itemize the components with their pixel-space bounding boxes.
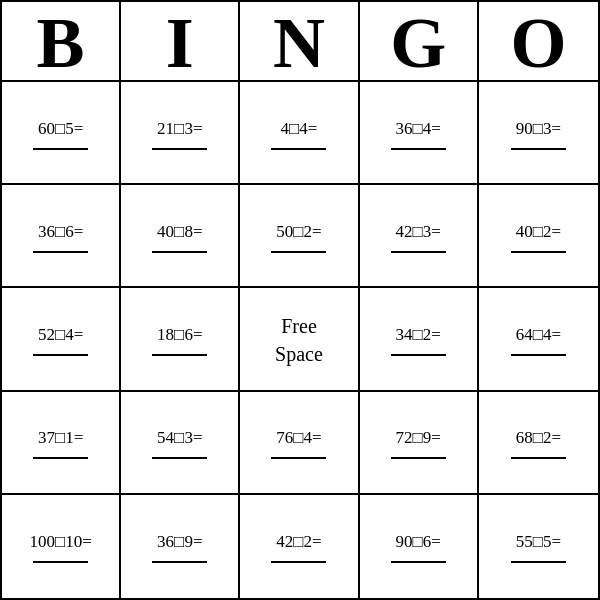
bingo-cell[interactable]: 54□3= bbox=[121, 392, 240, 495]
bingo-cell[interactable]: 64□4= bbox=[479, 288, 598, 391]
answer-line bbox=[152, 251, 207, 253]
bingo-cell[interactable]: 68□2= bbox=[479, 392, 598, 495]
cell-expression: 76□4= bbox=[276, 427, 321, 449]
answer-line bbox=[511, 251, 566, 253]
bingo-cell[interactable]: 40□8= bbox=[121, 185, 240, 288]
cell-expression: 55□5= bbox=[516, 531, 561, 553]
bingo-cell[interactable]: 37□1= bbox=[2, 392, 121, 495]
bingo-cell[interactable]: 52□4= bbox=[2, 288, 121, 391]
answer-line bbox=[152, 148, 207, 150]
bingo-cell[interactable]: 90□6= bbox=[360, 495, 479, 598]
answer-line bbox=[33, 457, 88, 459]
cell-expression: 60□5= bbox=[38, 118, 83, 140]
bingo-header: BINGO bbox=[2, 2, 598, 82]
answer-line bbox=[391, 148, 446, 150]
answer-line bbox=[152, 354, 207, 356]
header-letter: N bbox=[240, 2, 359, 85]
answer-line bbox=[271, 251, 326, 253]
answer-line bbox=[391, 457, 446, 459]
bingo-cell[interactable]: 90□3= bbox=[479, 82, 598, 185]
cell-expression: 34□2= bbox=[396, 324, 441, 346]
bingo-cell[interactable]: 42□2= bbox=[240, 495, 359, 598]
bingo-cell[interactable]: 21□3= bbox=[121, 82, 240, 185]
answer-line bbox=[33, 251, 88, 253]
cell-expression: 42□3= bbox=[396, 221, 441, 243]
answer-line bbox=[391, 561, 446, 563]
free-space-cell[interactable]: FreeSpace bbox=[240, 288, 359, 391]
answer-line bbox=[271, 457, 326, 459]
answer-line bbox=[391, 251, 446, 253]
cell-expression: 36□6= bbox=[38, 221, 83, 243]
free-space-text: FreeSpace bbox=[275, 312, 323, 368]
answer-line bbox=[33, 148, 88, 150]
cell-expression: 36□4= bbox=[396, 118, 441, 140]
bingo-grid: 60□5=21□3=4□4=36□4=90□3=36□6=40□8=50□2=4… bbox=[2, 82, 598, 598]
bingo-cell[interactable]: 42□3= bbox=[360, 185, 479, 288]
bingo-cell[interactable]: 36□4= bbox=[360, 82, 479, 185]
bingo-cell[interactable]: 72□9= bbox=[360, 392, 479, 495]
cell-expression: 40□8= bbox=[157, 221, 202, 243]
cell-expression: 18□6= bbox=[157, 324, 202, 346]
cell-expression: 100□10= bbox=[29, 531, 91, 553]
header-letter: B bbox=[2, 2, 121, 85]
bingo-cell[interactable]: 100□10= bbox=[2, 495, 121, 598]
answer-line bbox=[511, 561, 566, 563]
answer-line bbox=[391, 354, 446, 356]
cell-expression: 21□3= bbox=[157, 118, 202, 140]
cell-expression: 42□2= bbox=[276, 531, 321, 553]
cell-expression: 50□2= bbox=[276, 221, 321, 243]
cell-expression: 68□2= bbox=[516, 427, 561, 449]
answer-line bbox=[511, 354, 566, 356]
bingo-cell[interactable]: 34□2= bbox=[360, 288, 479, 391]
bingo-cell[interactable]: 40□2= bbox=[479, 185, 598, 288]
bingo-cell[interactable]: 18□6= bbox=[121, 288, 240, 391]
cell-expression: 90□3= bbox=[516, 118, 561, 140]
cell-expression: 90□6= bbox=[396, 531, 441, 553]
header-letter: I bbox=[121, 2, 240, 85]
answer-line bbox=[152, 457, 207, 459]
answer-line bbox=[511, 148, 566, 150]
cell-expression: 40□2= bbox=[516, 221, 561, 243]
answer-line bbox=[271, 148, 326, 150]
bingo-cell[interactable]: 60□5= bbox=[2, 82, 121, 185]
header-letter: O bbox=[479, 2, 598, 85]
cell-expression: 54□3= bbox=[157, 427, 202, 449]
bingo-cell[interactable]: 4□4= bbox=[240, 82, 359, 185]
cell-expression: 36□9= bbox=[157, 531, 202, 553]
header-letter: G bbox=[360, 2, 479, 85]
bingo-cell[interactable]: 50□2= bbox=[240, 185, 359, 288]
bingo-cell[interactable]: 36□6= bbox=[2, 185, 121, 288]
cell-expression: 72□9= bbox=[396, 427, 441, 449]
answer-line bbox=[33, 354, 88, 356]
cell-expression: 37□1= bbox=[38, 427, 83, 449]
answer-line bbox=[271, 561, 326, 563]
bingo-cell[interactable]: 36□9= bbox=[121, 495, 240, 598]
answer-line bbox=[511, 457, 566, 459]
answer-line bbox=[152, 561, 207, 563]
bingo-cell[interactable]: 55□5= bbox=[479, 495, 598, 598]
cell-expression: 52□4= bbox=[38, 324, 83, 346]
bingo-cell[interactable]: 76□4= bbox=[240, 392, 359, 495]
answer-line bbox=[33, 561, 88, 563]
cell-expression: 64□4= bbox=[516, 324, 561, 346]
cell-expression: 4□4= bbox=[281, 118, 318, 140]
